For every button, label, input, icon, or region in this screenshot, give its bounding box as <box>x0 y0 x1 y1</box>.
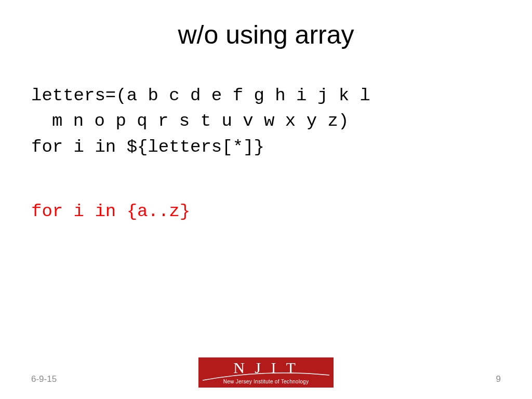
logo-subtitle: New Jersey Institute of Technology <box>223 379 309 384</box>
slide-title: w/o using array <box>0 20 532 50</box>
slide: w/o using array letters=(a b c d e f g h… <box>0 0 532 399</box>
logo-acronym: N J I T <box>233 360 299 376</box>
blank-line <box>31 160 501 199</box>
slide-footer: 6-9-15 N J I T New Jersey Institute of T… <box>0 356 532 388</box>
footer-page-number: 9 <box>496 374 501 384</box>
njit-logo: N J I T New Jersey Institute of Technolo… <box>198 357 334 388</box>
slide-body: letters=(a b c d e f g h i j k l m n o p… <box>31 83 501 224</box>
code-line-2: for i in ${letters[*]} <box>31 135 501 160</box>
code-line-1b-text: m n o p q r s t u v w x y z) <box>31 109 349 134</box>
code-line-1: letters=(a b c d e f g h i j k l <box>31 83 501 109</box>
footer-date: 6-9-15 <box>31 374 57 384</box>
code-line-3: for i in {a..z} <box>31 199 501 224</box>
code-line-1b: m n o p q r s t u v w x y z) <box>31 109 501 134</box>
